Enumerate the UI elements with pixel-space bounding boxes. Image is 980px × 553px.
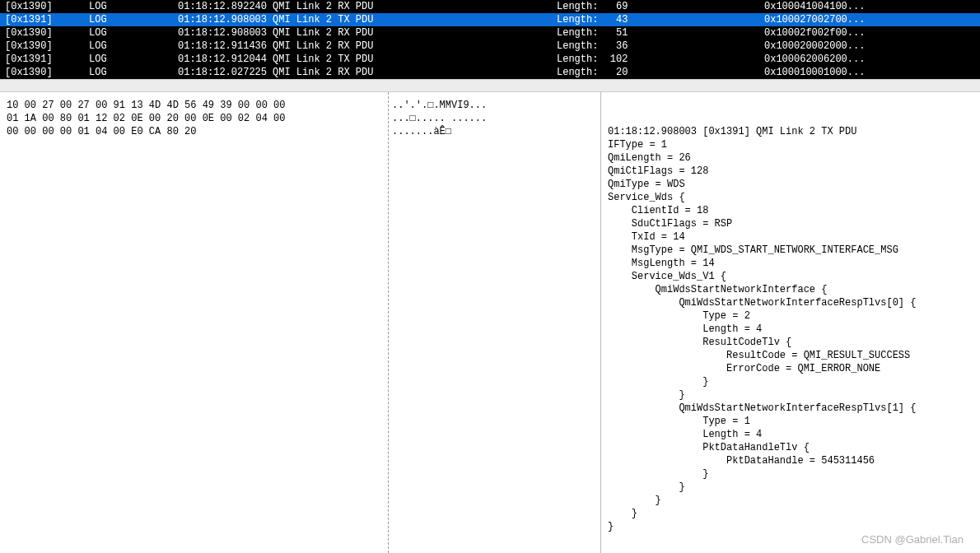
log-desc: QMI Link 2 RX PDU: [273, 26, 557, 40]
log-desc: QMI Link 2 RX PDU: [273, 0, 557, 13]
log-row[interactable]: [0x1391]LOG01:18:12.908003QMI Link 2 TX …: [0, 13, 980, 26]
log-row[interactable]: [0x1390]LOG01:18:12.027225QMI Link 2 RX …: [0, 66, 980, 79]
log-len: Length: 43: [557, 13, 764, 26]
log-table[interactable]: [0x1390]LOG01:18:12.892240QMI Link 2 RX …: [0, 0, 980, 79]
log-len: Length: 20: [557, 66, 764, 79]
log-row[interactable]: [0x1390]LOG01:18:12.892240QMI Link 2 RX …: [0, 0, 980, 13]
log-time: 01:18:12.908003: [178, 26, 273, 40]
log-id: [0x1391]: [0, 53, 89, 66]
log-id: [0x1390]: [0, 0, 89, 13]
horizontal-splitter[interactable]: [0, 79, 980, 92]
log-level: LOG: [89, 53, 178, 66]
ascii-line: ...□..... ......: [392, 112, 597, 125]
log-id: [0x1391]: [0, 13, 89, 26]
detail-pane[interactable]: 01:18:12.908003 [0x1391] QMI Link 2 TX P…: [601, 92, 980, 553]
log-id: [0x1390]: [0, 26, 89, 40]
log-desc: QMI Link 2 RX PDU: [273, 40, 557, 53]
log-level: LOG: [89, 26, 178, 40]
log-time: 01:18:12.892240: [178, 0, 273, 13]
log-id: [0x1390]: [0, 40, 89, 53]
log-row[interactable]: [0x1391]LOG01:18:12.912044QMI Link 2 TX …: [0, 53, 980, 66]
log-hex: 0x100062006200...: [764, 53, 980, 66]
log-len: Length: 36: [557, 40, 764, 53]
hex-pane[interactable]: 10 00 27 00 27 00 91 13 4D 4D 56 49 39 0…: [0, 92, 388, 553]
log-level: LOG: [89, 0, 178, 13]
log-row[interactable]: [0x1390]LOG01:18:12.911436QMI Link 2 RX …: [0, 40, 980, 53]
log-level: LOG: [89, 66, 178, 79]
log-desc: QMI Link 2 TX PDU: [273, 13, 557, 26]
log-time: 01:18:12.911436: [178, 40, 273, 53]
log-time: 01:18:12.908003: [178, 13, 273, 26]
watermark: CSDN @Gabriel.Tian: [861, 533, 964, 546]
log-level: LOG: [89, 40, 178, 53]
hex-line: 00 00 00 00 01 04 00 E0 CA 80 20: [7, 125, 381, 138]
detail-text: 01:18:12.908003 [0x1391] QMI Link 2 TX P…: [608, 125, 973, 533]
log-id: [0x1390]: [0, 66, 89, 79]
log-hex: 0x10002f002f00...: [764, 26, 980, 40]
log-hex: 0x100041004100...: [764, 0, 980, 13]
log-hex: 0x100010001000...: [764, 66, 980, 79]
log-row[interactable]: [0x1390]LOG01:18:12.908003QMI Link 2 RX …: [0, 26, 980, 40]
log-time: 01:18:12.912044: [178, 53, 273, 66]
log-hex: 0x100027002700...: [764, 13, 980, 26]
log-len: Length: 102: [557, 53, 764, 66]
ascii-line: .......àÊ□: [392, 125, 597, 138]
log-desc: QMI Link 2 TX PDU: [273, 53, 557, 66]
ascii-pane[interactable]: ..'.'.□.MMVI9......□..... .............à…: [388, 92, 601, 553]
hex-line: 10 00 27 00 27 00 91 13 4D 4D 56 49 39 0…: [7, 99, 381, 112]
log-len: Length: 51: [557, 26, 764, 40]
log-hex: 0x100020002000...: [764, 40, 980, 53]
ascii-line: ..'.'.□.MMVI9...: [392, 99, 597, 112]
log-len: Length: 69: [557, 0, 764, 13]
lower-panes: 10 00 27 00 27 00 91 13 4D 4D 56 49 39 0…: [0, 92, 980, 553]
log-desc: QMI Link 2 RX PDU: [273, 66, 557, 79]
hex-line: 01 1A 00 80 01 12 02 0E 00 20 00 0E 00 0…: [7, 112, 381, 125]
log-time: 01:18:12.027225: [178, 66, 273, 79]
log-level: LOG: [89, 13, 178, 26]
